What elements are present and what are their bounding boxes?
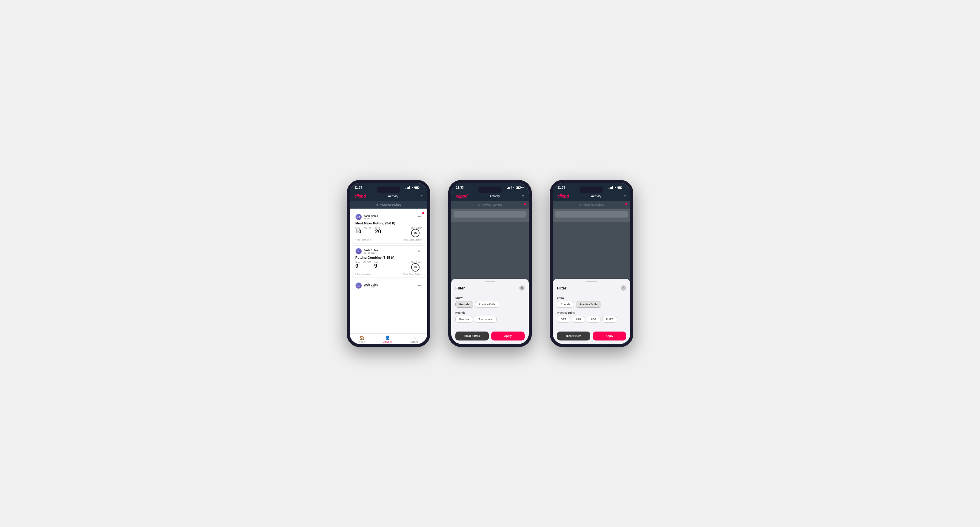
apply-button-2[interactable]: Apply [491, 332, 525, 340]
notch [377, 187, 401, 193]
activity-list-1: JC Josh Coles 28 Feb 2023 ••• Must Make … [350, 209, 427, 333]
filter-title-3: Filter [557, 286, 566, 290]
more-dots-1[interactable]: ••• [418, 215, 422, 219]
rounds-section-label-2: Rounds [455, 311, 525, 314]
chip-practice-drills-3[interactable]: Practice Drills [576, 301, 601, 308]
test-info-1: ℹ Test Information [355, 238, 371, 241]
apply-button-3[interactable]: Apply [593, 332, 626, 340]
avatar-2: JC [355, 248, 362, 254]
user-info-3: JC Josh Coles 28 Feb 2023 [355, 282, 378, 289]
user-name-1: Josh Coles [364, 214, 378, 217]
more-dots-3[interactable]: ••• [418, 284, 422, 288]
chip-app-3[interactable]: APP [572, 316, 585, 322]
activity-card-3[interactable]: JC Josh Coles 28 Feb 2023 ••• [352, 279, 425, 290]
nav-title-3: Activity [591, 194, 601, 198]
data-source-1: Data: Clippd Capture [403, 239, 422, 241]
home-label: Home [359, 341, 364, 343]
capture-icon: ⊕ [412, 335, 416, 340]
phone-3: 11:33 ▲ 33 clippd [550, 180, 633, 347]
user-date-1: 28 Feb 2023 [364, 217, 378, 220]
bottom-nav-1: 🏠 Home 👤 Activities ⊕ Capture [350, 333, 427, 344]
sheet-footer-3: Clear Filters Apply [553, 329, 630, 344]
viewing-bar-text-1: Viewing Activities [380, 203, 401, 206]
status-icons-3: ▲ 33 [609, 186, 625, 189]
sq-badge-2: 45 [411, 263, 420, 271]
sheet-footer-2: Clear Filters Apply [451, 329, 529, 344]
wifi-icon: ▲ [411, 186, 414, 189]
notch-2 [478, 187, 502, 193]
viewing-bar-text-2: Viewing Activities [482, 203, 503, 206]
menu-icon-2[interactable]: ≡ [522, 194, 524, 198]
clear-filters-button-3[interactable]: Clear Filters [557, 332, 590, 340]
out-of-1: OUT OF [364, 227, 372, 229]
battery-icon-3 [617, 186, 622, 189]
sq-label-2: Shot Quality [411, 261, 422, 263]
viewing-bar-1[interactable]: ⚙ Viewing Activities [350, 201, 427, 209]
chip-practice-drills-2[interactable]: Practice Drills [475, 301, 499, 308]
sheet-header-2: Filter ✕ [451, 284, 529, 293]
chip-rounds-2[interactable]: Rounds [455, 301, 473, 308]
avatar-3: JC [355, 282, 362, 289]
status-icons-2: ▲ 33 [507, 186, 524, 189]
capture-label: Capture [410, 341, 418, 343]
user-name-2: Josh Coles [364, 249, 378, 252]
score-value-2: 0 [355, 263, 358, 269]
drills-section-label-3: Practice Drills [557, 311, 626, 314]
menu-icon-1[interactable]: ≡ [420, 194, 423, 198]
sheet-body-3: Show Rounds Practice Drills Practice Dri… [553, 293, 630, 329]
stats-row-2: Score 0 OUT OF Shots 9 Shot Quality 45 [355, 261, 422, 271]
stats-row-1: Score 10 OUT OF Shots 20 Shot Quality 75 [355, 227, 422, 237]
rounds-chips-2: Practice Tournament [455, 316, 525, 322]
nav-capture[interactable]: ⊕ Capture [410, 335, 418, 343]
chip-rounds-3[interactable]: Rounds [557, 301, 574, 308]
drills-chips-3: OTT APP ARG PUTT [557, 316, 626, 322]
close-button-3[interactable]: ✕ [621, 285, 626, 290]
chip-practice-2[interactable]: Practice [455, 316, 473, 322]
status-time-1: 11:33 [355, 186, 362, 189]
shots-value-1: 20 [375, 229, 381, 235]
status-time-2: 11:33 [456, 186, 464, 189]
user-info-2: JC Josh Coles 28 Feb 2023 [355, 248, 378, 254]
filter-icon-1: ⚙ [376, 203, 379, 206]
filter-sheet-3: Filter ✕ Show Rounds Practice Drills [553, 279, 630, 344]
score-value-1: 10 [355, 229, 361, 235]
clear-filters-button-2[interactable]: Clear Filters [455, 332, 489, 340]
activities-label: Activities [383, 341, 392, 343]
viewing-dot-2 [524, 203, 526, 205]
chip-putt-3[interactable]: PUTT [602, 316, 617, 322]
chip-tournament-2[interactable]: Tournament [475, 316, 497, 322]
battery-level-2: 33 [522, 187, 524, 189]
notch-3 [579, 187, 603, 193]
card-title-1: Must Make Putting (3-6 ft) [355, 221, 422, 225]
sheet-header-3: Filter ✕ [553, 284, 630, 293]
signal-icon-2 [507, 186, 512, 189]
avatar-1: JC [355, 214, 362, 220]
phone-2: 11:33 ▲ 33 clippd [448, 180, 532, 347]
status-time-3: 11:33 [557, 186, 565, 189]
nav-title-2: Activity [489, 194, 500, 198]
test-info-2: ℹ Test Information [355, 273, 371, 275]
menu-icon-3[interactable]: ≡ [624, 194, 625, 198]
activity-card-2[interactable]: JC Josh Coles 28 Feb 2023 ••• Putting Co… [352, 245, 425, 278]
home-icon: 🏠 [359, 335, 364, 340]
user-date-2: 28 Feb 2023 [364, 252, 378, 254]
filter-sheet-2: Filter ✕ Show Rounds Practice Drills [451, 279, 529, 344]
chip-arg-3[interactable]: ARG [587, 316, 600, 322]
more-dots-2[interactable]: ••• [418, 249, 422, 253]
sq-label-1: Shot Quality [411, 227, 422, 229]
out-of-2: OUT OF [363, 261, 371, 263]
close-button-2[interactable]: ✕ [519, 285, 525, 290]
logo-3: clippd [557, 194, 569, 198]
card-title-2: Putting Combine (3-15 ft) [355, 256, 422, 259]
wifi-icon-3: ▲ [614, 186, 617, 189]
filter-title-2: Filter [455, 286, 465, 290]
sheet-body-2: Show Rounds Practice Drills Rounds [451, 293, 529, 329]
phone-1: 11:33 ▲ 33 clippd [347, 180, 430, 347]
viewing-bar-text-3: Viewing Activities [584, 203, 604, 206]
nav-activities[interactable]: 👤 Activities [383, 335, 392, 343]
battery-level-3: 33 [623, 187, 625, 189]
nav-home[interactable]: 🏠 Home [359, 335, 364, 343]
chip-ott-3[interactable]: OTT [557, 316, 570, 322]
card-footer-2: ℹ Test Information Data: Clippd Capture [355, 273, 422, 275]
activity-card-1[interactable]: JC Josh Coles 28 Feb 2023 ••• Must Make … [352, 211, 425, 243]
